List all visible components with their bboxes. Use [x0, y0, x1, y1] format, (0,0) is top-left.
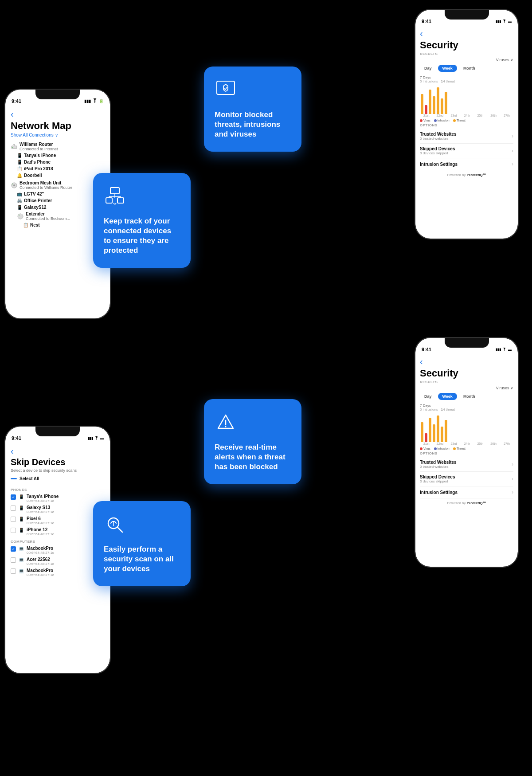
tab-row-1: Day Week Month	[420, 65, 513, 72]
phone-icon-small: 📱	[17, 160, 22, 165]
checkbox-pixel6[interactable]	[11, 517, 16, 522]
tablet-icon-small: 📋	[17, 166, 22, 171]
status-time-sec1: 9:41	[422, 19, 431, 24]
tab-month-2[interactable]: Month	[459, 393, 480, 400]
checkbox-macbookpro2[interactable]	[11, 568, 16, 574]
keeptrack-icon-area	[104, 185, 180, 209]
checkbox-galaxy-s13[interactable]	[11, 506, 16, 511]
tab-month-1[interactable]: Month	[459, 65, 480, 72]
bar-3	[429, 90, 431, 114]
results-label-2: RESULTS	[420, 380, 513, 384]
bar2-6	[441, 427, 443, 442]
chart-bars-2	[420, 413, 513, 442]
intrusion-settings-info-2: Intrusion Settings	[420, 490, 458, 495]
signal-icon-sec2: ▮▮▮	[496, 348, 501, 352]
network-icon	[104, 185, 126, 208]
back-button-sec1[interactable]: ‹	[420, 28, 513, 39]
skipped-devices-sub-2: 3 devices skipped	[420, 479, 455, 483]
results-label-1: RESULTS	[420, 52, 513, 56]
bar2-3	[429, 418, 431, 442]
tree-item-nest: 📋 Nest ⊙	[23, 223, 105, 227]
tanyas-iphone-mac: 00:6f:64:48:27:1c	[27, 499, 59, 503]
select-all-row[interactable]: Select All	[11, 476, 105, 484]
options-label-2: OPTIONS	[420, 451, 513, 455]
bar-2	[425, 105, 427, 114]
checkbox-iphone12[interactable]	[11, 528, 16, 533]
back-button-sec2[interactable]: ‹	[420, 357, 513, 367]
skip-device-tanyas-iphone[interactable]: 📱 Tanya's iPhone 00:6f:64:48:27:1c	[11, 494, 105, 503]
skipped-devices-sub-1: 3 devices skipped	[420, 151, 455, 155]
wifi-icon-skip	[94, 436, 99, 440]
status-icons-skip: ▮▮▮ ▬	[88, 436, 104, 440]
svg-point-0	[94, 102, 95, 103]
phone-icon-small: 📱	[17, 205, 22, 210]
intrusion-settings-row-1[interactable]: Intrusion Settings ›	[420, 158, 513, 170]
macbookpro2-label: MacbookPro	[27, 568, 54, 573]
checkbox-acer22562[interactable]	[11, 557, 16, 563]
skip-device-pixel6[interactable]: 📱 Pixel 6 00:6f:64:48:27:1c	[11, 516, 105, 525]
skip-device-macbookpro2[interactable]: 💻 MacbookPro 00:6f:64:48:27:1c	[11, 568, 105, 577]
filter-row-2: Viruses ∨	[420, 386, 513, 390]
acer22562-info: Acer 22562 00:6f:64:48:27:1c	[27, 557, 54, 566]
chart-area-1: 21st 22nd 23rd 24th 25th 26th 27th Virus	[420, 85, 513, 121]
status-time-skip: 9:41	[12, 435, 21, 441]
back-button-skip[interactable]: ‹	[11, 446, 105, 456]
bedroom-children: 📺 LGTV 42" 🖨️ Office Printer 📱 GalaxyS12	[17, 192, 105, 227]
back-button[interactable]: ‹	[11, 109, 105, 119]
svg-line-24	[117, 527, 122, 532]
trusted-websites-row-1[interactable]: Trusted Websites 0 trusted websites ›	[420, 129, 513, 144]
macbookpro2-mac: 00:6f:64:48:27:1c	[27, 573, 54, 577]
network-map-title: Network Map	[11, 120, 105, 132]
legend-threat-2: Threat	[453, 447, 466, 450]
battery-icon-sec2: ▬	[508, 348, 512, 352]
signal-icon: ▮▮▮	[84, 99, 91, 103]
tab-day-2[interactable]: Day	[420, 393, 436, 400]
tab-week-1[interactable]: Week	[438, 65, 457, 72]
intrusion-settings-info-1: Intrusion Settings	[420, 162, 458, 167]
computers-section-header: COMPUTERS	[11, 540, 105, 544]
skip-device-iphone12[interactable]: 📱 iPhone 12 00:6f:64:48:27:1c	[11, 527, 105, 536]
macbookpro2-info: MacbookPro 00:6f:64:48:27:1c	[27, 568, 54, 577]
svg-point-2	[12, 147, 13, 148]
realtime-icon-area	[215, 412, 291, 435]
skipped-devices-row-1[interactable]: Skipped Devices 3 devices skipped ›	[420, 144, 513, 158]
trusted-websites-sub-1: 0 trusted websites	[420, 137, 457, 141]
tab-day-1[interactable]: Day	[420, 65, 436, 72]
intrusion-settings-chevron-1: ›	[512, 161, 513, 167]
computer-icon-mac1: 💻	[19, 546, 24, 551]
skip-device-acer22562[interactable]: 💻 Acer 22562 00:6f:64:48:27:1c	[11, 557, 105, 566]
svg-point-20	[225, 426, 227, 427]
skip-device-galaxy-s13[interactable]: 📱 Galaxy S13 00:6f:64:48:27:1c	[11, 505, 105, 514]
tree-item-galaxys12: 📱 GalaxyS12	[17, 205, 105, 210]
tab-week-2[interactable]: Week	[438, 393, 457, 400]
scan-icon	[104, 513, 126, 536]
card-keeptrack: Keep track of your connected devices to …	[93, 173, 191, 268]
card-monitor: Monitor blocked threats, intrusions and …	[204, 67, 301, 152]
williams-router-sub: Connected to Internet	[20, 147, 58, 151]
skipped-devices-info-2: Skipped Devices 3 devices skipped	[420, 474, 455, 483]
tab-row-2: Day Week Month	[420, 393, 513, 400]
skipped-devices-row-2[interactable]: Skipped Devices 3 devices skipped ›	[420, 472, 513, 486]
trusted-websites-row-2[interactable]: Trusted Websites 0 trusted websites ›	[420, 457, 513, 472]
show-all-connections[interactable]: Show All Connections ∨	[11, 133, 105, 137]
intrusion-settings-row-2[interactable]: Intrusion Settings ›	[420, 486, 513, 498]
phone-icon-tanyas: 📱	[19, 494, 24, 499]
skip-device-macbookpro1[interactable]: 💻 MacbookPro 00:6f:64:48:27:1c	[11, 546, 105, 555]
scan-icon-area	[104, 513, 180, 537]
checkbox-macbookpro1[interactable]	[11, 546, 16, 552]
chart-days-1: 7 Days	[420, 75, 431, 79]
bar2-7	[445, 420, 447, 442]
svg-point-8	[18, 214, 23, 219]
tree-item-ipad: 📋 iPad Pro 2018	[17, 166, 105, 171]
filter-dropdown-1[interactable]: Viruses ∨	[496, 58, 513, 62]
mesh-router-icon	[11, 182, 18, 189]
checkbox-tanyas-iphone[interactable]	[11, 494, 16, 500]
chart-area-2: 21st 22nd 23rd 24th 25th 26th 27th Virus	[420, 413, 513, 449]
bar-4	[433, 96, 435, 114]
virus-dot-1	[420, 119, 422, 122]
filter-dropdown-2[interactable]: Viruses ∨	[496, 386, 513, 390]
chart-labels-2: 21st 22nd 23rd 24th 25th 26th 27th	[420, 442, 513, 445]
device-icon-small: 📋	[23, 223, 28, 227]
acer22562-mac: 00:6f:64:48:27:1c	[27, 562, 54, 566]
svg-rect-17	[217, 81, 235, 94]
